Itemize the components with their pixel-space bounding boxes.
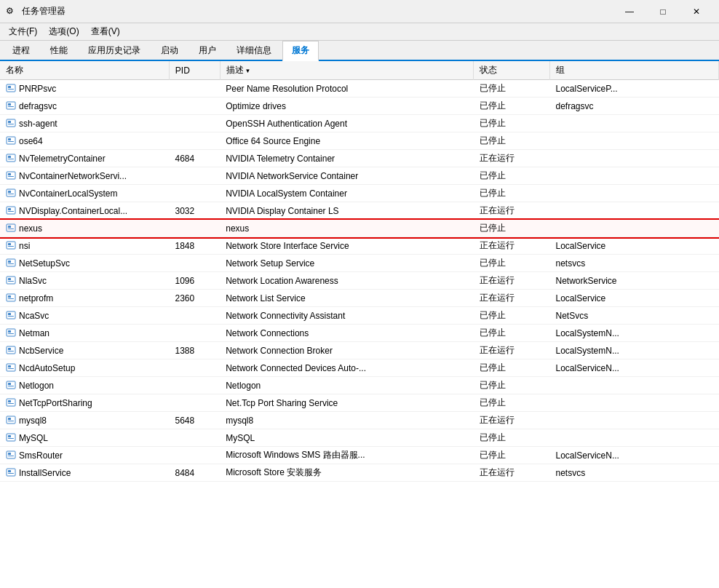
cell-name: ssh-agent (0, 115, 169, 132)
svg-rect-43 (8, 330, 11, 333)
cell-desc: Network Setup Service (220, 255, 474, 272)
svg-rect-64 (8, 453, 11, 455)
cell-desc: NVIDIA Telemetry Container (220, 150, 474, 167)
col-header-status[interactable]: 状态 (474, 61, 550, 80)
svg-rect-22 (8, 208, 11, 210)
cell-pid (169, 115, 220, 132)
tab-bar: 进程 性能 应用历史记录 启动 用户 详细信息 服务 (0, 41, 719, 61)
table-row[interactable]: NlaSvc 1096 Network Location Awareness 正… (0, 272, 719, 290)
cell-name: nsi (0, 237, 169, 255)
tab-app-history[interactable]: 应用历史记录 (79, 41, 150, 60)
table-row[interactable]: NVDisplay.ContainerLocal... 3032 NVIDIA … (0, 202, 719, 220)
app-icon: ⚙ (6, 6, 17, 17)
svg-rect-1 (8, 86, 11, 88)
cell-desc: NVIDIA NetworkService Container (220, 167, 474, 185)
svg-rect-4 (8, 103, 11, 106)
col-header-desc[interactable]: 描述 (220, 61, 474, 80)
table-row[interactable]: MySQL MySQL 已停止 (0, 429, 719, 447)
cell-group: LocalService (550, 237, 719, 255)
table-row[interactable]: ssh-agent OpenSSH Authentication Agent 已… (0, 115, 719, 132)
cell-pid (169, 359, 220, 377)
svg-rect-9 (7, 137, 15, 144)
title-controls: — □ ✕ (613, 0, 713, 23)
col-header-pid[interactable]: PID (169, 61, 220, 80)
svg-rect-29 (8, 246, 14, 247)
cell-status: 正在运行 (474, 237, 550, 255)
table-row[interactable]: NvContainerLocalSystem NVIDIA LocalSyste… (0, 185, 719, 202)
cell-desc: Peer Name Resolution Protocol (220, 80, 474, 98)
svg-rect-37 (8, 295, 11, 298)
table-row[interactable]: NetSetupSvc Network Setup Service 已停止 ne… (0, 255, 719, 272)
service-icon (6, 135, 16, 146)
table-row[interactable]: NcaSvc Network Connectivity Assistant 已停… (0, 307, 719, 325)
tab-services[interactable]: 服务 (282, 41, 319, 61)
cell-status: 已停止 (474, 98, 550, 115)
svg-rect-62 (8, 438, 14, 439)
svg-rect-6 (7, 119, 15, 127)
svg-rect-16 (8, 173, 11, 175)
table-row[interactable]: ose64 Office 64 Source Engine 已停止 (0, 132, 719, 150)
col-header-name[interactable]: 名称 (0, 61, 169, 80)
service-icon (6, 83, 16, 93)
table-row[interactable]: InstallService 8484 Microsoft Store 安装服务… (0, 464, 719, 482)
svg-rect-67 (8, 470, 11, 472)
svg-rect-61 (8, 435, 11, 437)
svg-rect-57 (7, 416, 15, 424)
maximize-button[interactable]: □ (646, 0, 680, 23)
title-bar-left: ⚙ 任务管理器 (6, 5, 65, 17)
cell-pid (169, 220, 220, 237)
table-row[interactable]: PNRPsvc Peer Name Resolution Protocol 已停… (0, 80, 719, 98)
tab-processes[interactable]: 进程 (3, 41, 39, 60)
cell-name: mysql8 (0, 412, 169, 429)
table-row[interactable]: mysql8 5648 mysql8 正在运行 (0, 412, 719, 429)
table-row[interactable]: NetTcpPortSharing Net.Tcp Port Sharing S… (0, 394, 719, 412)
svg-rect-40 (8, 313, 11, 315)
menu-options[interactable]: 选项(O) (43, 24, 84, 39)
table-row[interactable]: Netlogon Netlogon 已停止 (0, 377, 719, 394)
svg-rect-7 (8, 121, 11, 123)
table-row[interactable]: Netman Network Connections 已停止 LocalSyst… (0, 325, 719, 342)
cell-pid (169, 307, 220, 325)
minimize-button[interactable]: — (613, 0, 646, 23)
menu-view[interactable]: 查看(V) (85, 24, 126, 39)
tab-performance[interactable]: 性能 (41, 41, 77, 60)
svg-rect-2 (8, 89, 14, 90)
cell-status: 已停止 (474, 255, 550, 272)
menu-file[interactable]: 文件(F) (3, 24, 43, 39)
cell-name: NvContainerLocalSystem (0, 185, 169, 202)
service-icon (6, 188, 16, 198)
cell-pid (169, 377, 220, 394)
cell-pid: 1096 (169, 272, 220, 290)
table-row[interactable]: nsi 1848 Network Store Interface Service… (0, 237, 719, 255)
table-row[interactable]: NcbService 1388 Network Connection Broke… (0, 342, 719, 359)
svg-rect-66 (7, 469, 15, 476)
svg-rect-58 (8, 418, 11, 420)
cell-group (550, 115, 719, 132)
table-row[interactable]: defragsvc Optimize drives 已停止 defragsvc (0, 98, 719, 115)
svg-rect-28 (8, 243, 11, 245)
cell-status: 已停止 (474, 359, 550, 377)
tab-details[interactable]: 详细信息 (227, 41, 281, 60)
svg-rect-42 (7, 329, 15, 336)
service-icon (6, 415, 16, 425)
table-row[interactable]: netprofm 2360 Network List Service 正在运行 … (0, 290, 719, 307)
svg-rect-23 (8, 211, 14, 212)
table-row[interactable]: NvContainerNetworkServi... NVIDIA Networ… (0, 167, 719, 185)
tab-startup[interactable]: 启动 (151, 41, 188, 60)
svg-rect-15 (7, 172, 15, 179)
table-scroll[interactable]: PNRPsvc Peer Name Resolution Protocol 已停… (0, 80, 719, 588)
cell-name: InstallService (0, 464, 169, 482)
cell-status: 正在运行 (474, 272, 550, 290)
cell-desc: Network Connectivity Assistant (220, 307, 474, 325)
cell-status: 正在运行 (474, 342, 550, 359)
tab-users[interactable]: 用户 (189, 41, 226, 60)
table-row[interactable]: SmsRouter Microsoft Windows SMS 路由器服... … (0, 447, 719, 464)
cell-group: LocalServiceN... (550, 447, 719, 464)
table-row[interactable]: nexus nexus 已停止 (0, 220, 719, 237)
cell-status: 已停止 (474, 220, 550, 237)
close-button[interactable]: ✕ (680, 0, 713, 23)
table-row[interactable]: NcdAutoSetup Network Connected Devices A… (0, 359, 719, 377)
col-header-group[interactable]: 组 (549, 61, 718, 80)
table-row[interactable]: NvTelemetryContainer 4684 NVIDIA Telemet… (0, 150, 719, 167)
service-icon (6, 100, 16, 111)
